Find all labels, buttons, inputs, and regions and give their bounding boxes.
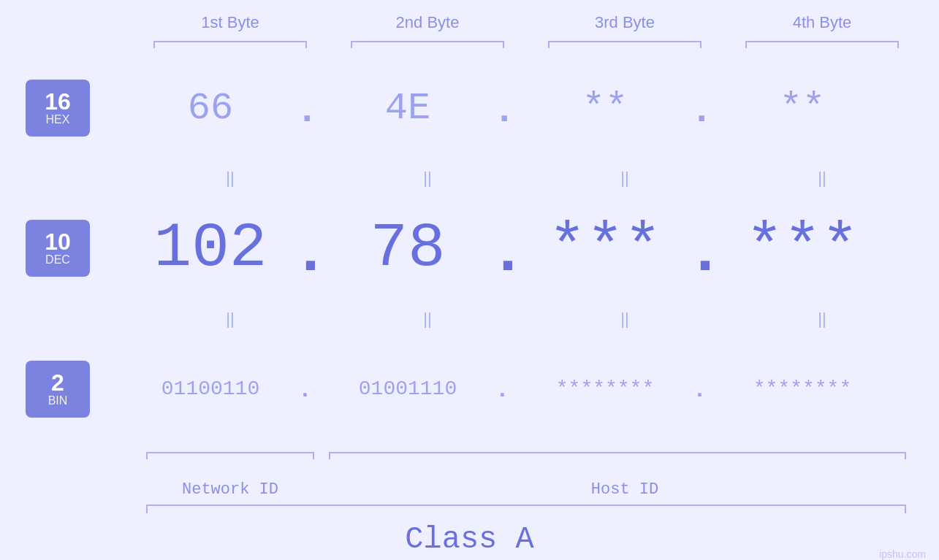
bin-byte3: ******** <box>506 377 704 400</box>
eq1-col1: || <box>132 170 329 186</box>
bin-host-bracket <box>329 449 921 461</box>
main-container: 1st Byte 2nd Byte 3rd Byte 4th Byte 16 H… <box>0 0 939 560</box>
byte1-header: 1st Byte <box>132 13 329 32</box>
eq2-col1: || <box>132 311 329 327</box>
hex-byte3: ** <box>506 87 704 130</box>
eq2-col2: || <box>329 311 526 327</box>
byte2-header: 2nd Byte <box>329 13 526 32</box>
byte3-bracket <box>526 35 723 48</box>
equals-row-1: || || || || <box>0 168 939 188</box>
hex-byte2: 4E <box>309 87 506 130</box>
dec-byte4: *** <box>704 212 901 284</box>
full-bracket-row <box>0 505 939 519</box>
eq2-col4: || <box>723 311 921 327</box>
network-id-label: Network ID <box>182 480 278 499</box>
host-id-label: Host ID <box>591 480 658 499</box>
bin-bottom-brackets <box>0 449 939 461</box>
eq1-col2: || <box>329 170 526 186</box>
hex-row: 16 HEX 66 . 4E . ** . ** <box>0 48 939 168</box>
byte1-bracket <box>132 35 329 48</box>
eq1-col3: || <box>526 170 723 186</box>
bin-byte2: 01001110 <box>309 377 506 400</box>
dec-byte2: 78 <box>309 212 506 284</box>
bin-byte4: ******** <box>704 377 901 400</box>
class-row: Class A ipshu.com <box>0 519 939 560</box>
network-id-area: Network ID <box>132 480 329 499</box>
dec-base-num: 10 <box>45 230 71 253</box>
bin-base-num: 2 <box>51 371 64 394</box>
equals-row-2: || || || || <box>0 309 939 329</box>
hex-values: 66 . 4E . ** . ** <box>112 86 939 130</box>
bin-label-box: 2 BIN <box>26 361 90 418</box>
id-labels-row: Network ID Host ID <box>0 461 939 499</box>
bin-base-name: BIN <box>48 394 68 407</box>
byte3-header: 3rd Byte <box>526 13 723 32</box>
hex-byte1: 66 <box>112 87 309 130</box>
full-bracket <box>132 505 921 519</box>
header-brackets <box>0 35 939 48</box>
dec-base-name: DEC <box>45 253 70 266</box>
hex-base-num: 16 <box>45 90 71 113</box>
class-label: Class A <box>405 522 533 557</box>
hex-label-box: 16 HEX <box>26 80 90 137</box>
bin-values: 01100110 . 01001110 . ******** . *******… <box>112 375 939 402</box>
dec-byte3: *** <box>506 212 704 284</box>
dec-row: 10 DEC 102 . 78 . *** . *** <box>0 188 939 308</box>
byte-headers: 1st Byte 2nd Byte 3rd Byte 4th Byte <box>0 0 939 32</box>
byte4-header: 4th Byte <box>723 13 921 32</box>
watermark: ipshu.com <box>879 548 926 560</box>
host-id-area: Host ID <box>329 480 921 499</box>
dec-byte1: 102 <box>112 212 309 284</box>
byte4-bracket <box>723 35 921 48</box>
bin-row: 2 BIN 01100110 . 01001110 . ******** . *… <box>0 329 939 449</box>
dec-label-box: 10 DEC <box>26 220 90 277</box>
dec-values: 102 . 78 . *** . *** <box>112 212 939 285</box>
eq2-col3: || <box>526 311 723 327</box>
byte2-bracket <box>329 35 526 48</box>
bin-byte1: 01100110 <box>112 377 309 400</box>
bin-net-bracket <box>132 449 329 461</box>
hex-base-name: HEX <box>46 113 70 126</box>
eq1-col4: || <box>723 170 921 186</box>
hex-byte4: ** <box>704 87 901 130</box>
